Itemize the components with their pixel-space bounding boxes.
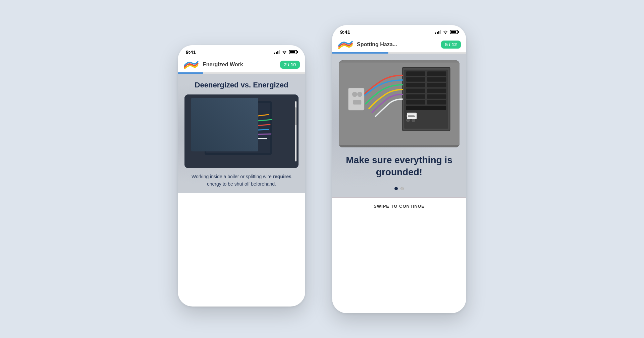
svg-rect-5	[208, 112, 238, 114]
svg-rect-3	[208, 105, 241, 107]
panel-image	[339, 60, 460, 147]
svg-rect-40	[348, 88, 364, 110]
panel-scene	[339, 60, 460, 147]
bottom-bar[interactable]: SWIPE TO CONTINUE	[332, 198, 466, 214]
svg-point-38	[407, 119, 410, 122]
card-body-text-left: Working inside a boiler or splitting wir…	[184, 173, 299, 188]
svg-rect-24	[427, 71, 446, 76]
wifi-icon	[282, 50, 287, 54]
wifi-icon-right	[443, 30, 448, 34]
worker-image	[184, 94, 299, 168]
card-image-left	[184, 94, 299, 168]
svg-line-10	[218, 134, 271, 135]
svg-rect-0	[184, 94, 299, 168]
time-left: 9:41	[186, 49, 196, 55]
svg-point-42	[357, 92, 362, 97]
svg-point-17	[207, 107, 216, 117]
svg-rect-16	[213, 125, 220, 143]
app-header-left: Energized Work 2 / 10	[178, 57, 305, 72]
svg-rect-15	[201, 125, 208, 141]
svg-rect-29	[406, 88, 425, 93]
svg-rect-35	[406, 106, 446, 110]
svg-rect-43	[353, 100, 362, 104]
card-image-right	[339, 60, 460, 147]
status-icons-left	[274, 50, 297, 54]
status-bar-left: 9:41	[178, 45, 305, 57]
svg-rect-26	[427, 77, 446, 81]
card-title-right: Make sure everything is grounded!	[339, 151, 460, 182]
card-content-right: Make sure everything is grounded!	[332, 54, 466, 198]
svg-rect-27	[406, 83, 425, 87]
progress-badge-right: 5 / 12	[441, 41, 461, 49]
svg-point-41	[352, 92, 357, 97]
svg-point-18	[207, 105, 216, 110]
svg-rect-4	[208, 109, 235, 111]
swipe-label: SWIPE TO CONTINUE	[374, 204, 425, 209]
svg-rect-31	[406, 94, 425, 98]
progress-badge-left: 2 / 10	[280, 61, 300, 69]
svg-point-39	[412, 119, 415, 122]
svg-rect-34	[427, 100, 446, 104]
battery-icon	[289, 50, 297, 54]
svg-rect-23	[406, 71, 425, 76]
progress-fill-left	[178, 72, 203, 74]
svg-rect-2	[206, 103, 270, 153]
worker-scene	[184, 94, 299, 168]
svg-rect-28	[427, 83, 446, 87]
course-title-left: Energized Work	[203, 62, 277, 68]
status-icons-right	[435, 30, 458, 34]
card-content-left: Deenergized vs. Energized	[178, 74, 305, 193]
course-title-right: Spotting Haza...	[357, 42, 438, 48]
phone-left: 9:41 Energized Work 2 / 10 Deenergized v…	[178, 45, 305, 307]
progress-bar-right	[332, 52, 466, 54]
progress-fill-right	[332, 52, 388, 54]
dot-indicators	[339, 185, 460, 192]
dot-2[interactable]	[400, 187, 404, 190]
logo-right	[337, 40, 354, 50]
time-right: 9:41	[340, 29, 350, 35]
battery-icon-right	[450, 30, 458, 34]
svg-rect-25	[406, 77, 425, 81]
logo-left	[183, 60, 199, 70]
progress-bar-left	[178, 72, 305, 74]
svg-line-11	[218, 138, 267, 139]
signal-icon-right	[435, 30, 441, 34]
scrollbar-left[interactable]	[295, 101, 297, 161]
phone-right: 9:41 Spotting Haza... 5 / 12	[332, 25, 466, 313]
status-bar-right: 9:41	[332, 25, 466, 37]
signal-icon	[274, 50, 280, 54]
svg-rect-12	[215, 126, 221, 130]
svg-rect-32	[427, 94, 446, 98]
svg-rect-14	[203, 119, 220, 142]
app-header-right: Spotting Haza... 5 / 12	[332, 37, 466, 52]
svg-rect-30	[427, 88, 446, 93]
svg-rect-33	[406, 100, 425, 104]
card-title-left: Deenergized vs. Energized	[184, 80, 299, 90]
dot-1[interactable]	[394, 187, 398, 190]
svg-point-13	[205, 106, 217, 120]
svg-rect-44	[407, 113, 417, 119]
